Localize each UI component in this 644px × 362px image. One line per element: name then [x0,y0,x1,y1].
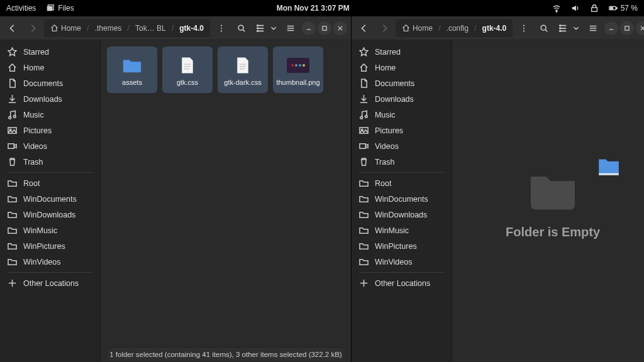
breadcrumb-segment[interactable]: Home [397,21,438,36]
sidebar-item-downloads[interactable]: Downloads [0,91,100,107]
minimize-button[interactable] [302,21,316,35]
sidebar-item-windownloads[interactable]: WinDownloads [0,207,100,222]
search-button[interactable] [233,19,250,37]
back-button[interactable] [4,19,21,37]
sidebar-item-label: Root [375,179,391,188]
view-toggle[interactable] [253,19,268,37]
folder-icon [8,210,17,219]
folder-icon [8,241,17,251]
hamburger-menu[interactable] [584,19,602,37]
sidebar-item-windocuments[interactable]: WinDocuments [352,191,452,207]
sidebar-item-label: WinDocuments [23,195,77,204]
breadcrumb-segment[interactable]: gtk-4.0 [477,21,512,36]
file-item-folder[interactable]: assets [107,47,157,93]
pathbar-right[interactable]: Home/.config/gtk-4.0 [396,19,513,37]
sidebar-item-documents[interactable]: Documents [0,75,100,91]
folder-icon [8,257,17,266]
maximize-button[interactable] [318,21,331,35]
folder-icon [359,257,369,266]
breadcrumb-label: Home [61,24,81,33]
clock[interactable]: Mon Nov 21 3:07 PM [74,4,552,13]
sidebar-item-home[interactable]: Home [352,60,452,75]
pathbar-menu[interactable] [515,19,533,37]
sidebar-item-starred[interactable]: Starred [352,44,452,60]
activities-button[interactable]: Activities [6,4,36,13]
sidebar-item-label: Home [23,63,44,72]
files-icon [46,4,55,13]
folder-icon [359,241,369,251]
star-icon [8,47,17,57]
sidebar-item-winpictures[interactable]: WinPictures [352,238,452,254]
sidebar-item-documents[interactable]: Documents [352,75,452,91]
star-icon [359,47,369,57]
breadcrumb-segment[interactable]: gtk-4.0 [174,21,209,36]
video-icon [359,141,369,151]
maximize-button[interactable] [620,21,634,35]
app-menu[interactable]: Files [46,4,74,13]
view-options[interactable] [570,19,582,37]
hamburger-menu[interactable] [282,19,299,37]
content-left[interactable]: assets gtk.css gtk-dark.css thumbnail.pn… [101,40,351,362]
sidebar-item-label: Trash [23,158,43,167]
forward-button[interactable] [24,19,42,37]
sidebar-item-pictures[interactable]: Pictures [352,123,452,138]
battery-icon [609,4,618,13]
close-button[interactable] [333,21,347,35]
sidebar-item-pictures[interactable]: Pictures [0,123,100,138]
sidebar-item-music[interactable]: Music [352,107,452,123]
sidebar-item-home[interactable]: Home [0,60,100,75]
gnome-topbar: Activities Files Mon Nov 21 3:07 PM 57 % [0,0,644,16]
sidebar-item-downloads[interactable]: Downloads [352,91,452,107]
files-window-right: Home/.config/gtk-4.0 StarredHomeDocument… [351,16,644,362]
pathbar-menu[interactable] [213,19,230,37]
sidebar-item-winvideos[interactable]: WinVideos [352,254,452,270]
sidebar-item-root[interactable]: Root [352,175,452,191]
view-toggle[interactable] [555,19,570,37]
sidebar-item-videos[interactable]: Videos [0,138,100,154]
sidebar-item-starred[interactable]: Starred [0,44,100,60]
sidebar-left: StarredHomeDocumentsDownloadsMusicPictur… [0,40,101,362]
plus-icon [8,278,17,288]
sidebar-other-locations[interactable]: Other Locations [0,275,100,291]
close-button[interactable] [636,21,644,35]
file-name-label: gtk-dark.css [224,79,261,87]
minimize-button[interactable] [604,21,618,35]
sidebar-item-trash[interactable]: Trash [352,154,452,170]
sidebar-item-winpictures[interactable]: WinPictures [0,238,100,254]
volume-icon[interactable] [571,4,580,13]
sidebar-item-winmusic[interactable]: WinMusic [352,222,452,238]
file-item-thumb[interactable]: thumbnail.png [273,47,323,93]
statusbar: 1 folder selected (containing 41 items),… [108,347,343,361]
view-options[interactable] [268,19,279,37]
headerbar: Home/.themes/Tok… BL/gtk-4.0 [0,16,351,40]
pathbar-left[interactable]: Home/.themes/Tok… BL/gtk-4.0 [44,19,210,37]
breadcrumb-label: gtk-4.0 [179,24,204,33]
sidebar-item-windownloads[interactable]: WinDownloads [352,207,452,222]
wifi-icon[interactable] [552,4,561,13]
back-button[interactable] [355,19,373,37]
trash-icon [359,157,369,167]
pic-icon [359,126,369,135]
sidebar-item-root[interactable]: Root [0,175,100,191]
breadcrumb-segment[interactable]: Tok… BL [130,21,171,36]
forward-button[interactable] [375,19,393,37]
headerbar: Home/.config/gtk-4.0 [352,16,644,40]
sidebar-item-winvideos[interactable]: WinVideos [0,254,100,270]
sidebar-item-videos[interactable]: Videos [352,138,452,154]
search-button[interactable] [535,19,553,37]
sidebar-item-windocuments[interactable]: WinDocuments [0,191,100,207]
file-item-css[interactable]: gtk-dark.css [218,47,268,93]
breadcrumb-segment[interactable]: .config [441,21,474,36]
trash-icon [8,157,17,167]
breadcrumb-segment[interactable]: Home [45,21,86,36]
content-right[interactable]: Folder is Empty [452,40,644,362]
breadcrumb-segment[interactable]: .themes [90,21,127,36]
sidebar-other-locations[interactable]: Other Locations [352,275,452,291]
lock-icon[interactable] [590,4,599,13]
file-item-css[interactable]: gtk.css [162,47,213,93]
sidebar-item-trash[interactable]: Trash [0,154,100,170]
sidebar-item-winmusic[interactable]: WinMusic [0,222,100,238]
sidebar-item-music[interactable]: Music [0,107,100,123]
sidebar-item-label: Music [375,111,396,119]
battery-indicator[interactable]: 57 % [609,4,638,13]
